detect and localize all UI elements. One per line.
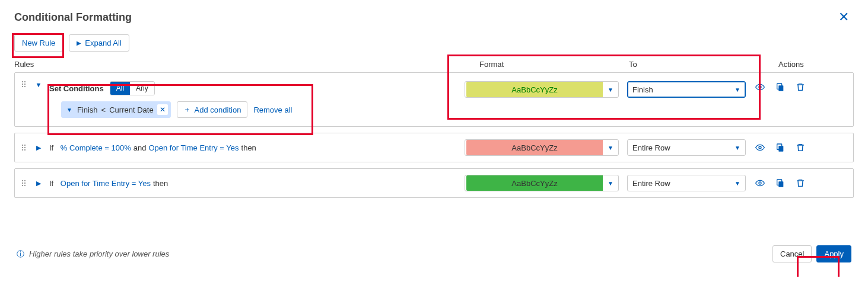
dialog-title: Conditional Formatting <box>14 11 132 24</box>
toolbar: New Rule ▶ Expand All <box>14 34 854 52</box>
summary-text: then <box>153 179 168 188</box>
chevron-down-icon: ▼ <box>603 87 618 93</box>
format-preview-swatch: AaBbCcYyZz <box>466 82 603 97</box>
summary-condition-link[interactable]: Open for Time Entry = Yes <box>61 179 151 188</box>
drag-handle-icon[interactable] <box>22 81 29 87</box>
info-icon: ⓘ <box>17 249 24 260</box>
preview-eye-icon[interactable] <box>754 177 766 189</box>
chevron-down-icon: ▼ <box>66 107 72 113</box>
remove-condition-icon[interactable]: ✕ <box>157 104 168 115</box>
summary-condition-link[interactable]: % Complete = 100% <box>61 143 131 152</box>
new-rule-label: New Rule <box>22 39 55 47</box>
conditional-formatting-dialog: Conditional Formatting ✕ New Rule ▶ Expa… <box>0 0 868 277</box>
format-preview-swatch: AaBbCcYyZz <box>466 175 603 191</box>
rule-body: Set Conditions All Any ▼ Finish < Curren… <box>49 81 465 118</box>
remove-all-link[interactable]: Remove all <box>253 105 292 114</box>
drag-handle-icon[interactable] <box>22 180 29 186</box>
dialog-header: Conditional Formatting ✕ <box>14 5 854 34</box>
expand-caret-icon[interactable]: ▶ <box>35 144 42 152</box>
column-header-rules: Rules <box>14 60 463 69</box>
preview-eye-icon[interactable] <box>754 142 766 153</box>
delete-trash-icon[interactable] <box>794 177 806 189</box>
apply-label: Apply <box>824 249 844 258</box>
format-preview-dropdown[interactable]: AaBbCcYyZz ▼ <box>465 139 619 156</box>
chevron-down-icon: ▼ <box>603 145 618 151</box>
svg-rect-1 <box>778 85 783 91</box>
chevron-down-icon: ▼ <box>735 87 740 93</box>
column-headers: Rules Format To Actions <box>14 60 854 69</box>
summary-if: If <box>49 143 53 152</box>
rule-summary: If % Complete = 100% and Open for Time E… <box>49 143 465 152</box>
expand-all-button[interactable]: ▶ Expand All <box>69 34 129 52</box>
drag-handle-icon[interactable] <box>22 145 29 150</box>
column-header-to: To <box>623 60 771 69</box>
cancel-button[interactable]: Cancel <box>772 245 812 262</box>
copy-icon[interactable] <box>774 81 786 93</box>
condition-chip[interactable]: ▼ Finish < Current Date ✕ <box>61 101 171 118</box>
rule-row: ▶ If Open for Time Entry = Yes then AaBb… <box>14 168 854 198</box>
apply-button[interactable]: Apply <box>816 245 851 262</box>
preview-eye-icon[interactable] <box>754 81 766 93</box>
priority-hint-text: Higher rules take priority over lower ru… <box>29 249 169 258</box>
summary-text: then <box>241 143 256 152</box>
chevron-down-icon: ▼ <box>735 180 740 187</box>
svg-point-6 <box>759 182 761 184</box>
apply-to-value: Entire Row <box>632 179 670 188</box>
expand-all-label: Expand All <box>85 39 121 47</box>
plus-icon: ＋ <box>183 104 191 115</box>
apply-to-value: Entire Row <box>632 143 670 152</box>
format-cell: AaBbCcYyZz ▼ <box>465 139 619 156</box>
apply-to-select[interactable]: Entire Row ▼ <box>627 139 746 156</box>
apply-to-value: Finish <box>632 85 653 94</box>
toggle-any-button[interactable]: Any <box>130 82 154 95</box>
actions-cell <box>754 177 846 189</box>
priority-hint: ⓘ Higher rules take priority over lower … <box>17 249 169 260</box>
summary-text: and <box>133 143 147 152</box>
summary-if: If <box>49 179 53 188</box>
set-conditions-label: Set Conditions <box>49 84 104 93</box>
copy-icon[interactable] <box>774 142 786 153</box>
new-rule-button[interactable]: New Rule <box>14 34 63 52</box>
condition-line: ▼ Finish < Current Date ✕ ＋ Add conditio… <box>61 101 465 118</box>
condition-field: Finish <box>77 105 98 114</box>
format-cell: AaBbCcYyZz ▼ <box>465 175 619 191</box>
svg-point-3 <box>759 146 761 149</box>
actions-cell <box>754 81 846 93</box>
cancel-label: Cancel <box>780 249 804 258</box>
apply-to-select[interactable]: Entire Row ▼ <box>627 175 746 191</box>
column-header-format: Format <box>463 60 623 69</box>
svg-point-0 <box>759 86 761 88</box>
condition-value: Current Date <box>109 105 153 114</box>
summary-condition-link[interactable]: Open for Time Entry = Yes <box>148 143 239 152</box>
format-preview-dropdown[interactable]: AaBbCcYyZz ▼ <box>465 175 619 191</box>
add-condition-label: Add condition <box>195 105 241 114</box>
apply-to-select[interactable]: Finish ▼ <box>627 81 746 98</box>
rule-row: ▼ Set Conditions All Any ▼ Finish < Curr… <box>14 72 854 127</box>
close-icon[interactable]: ✕ <box>834 7 854 27</box>
format-preview-dropdown[interactable]: AaBbCcYyZz ▼ <box>465 81 619 98</box>
set-conditions-row: Set Conditions All Any <box>49 81 465 95</box>
format-preview-swatch: AaBbCcYyZz <box>466 140 603 155</box>
copy-icon[interactable] <box>774 177 786 189</box>
footer-buttons: Cancel Apply <box>772 245 851 262</box>
collapse-caret-icon[interactable]: ▼ <box>35 81 42 88</box>
delete-trash-icon[interactable] <box>794 81 806 93</box>
format-cell: AaBbCcYyZz ▼ <box>465 81 619 98</box>
column-header-actions: Actions <box>771 60 854 69</box>
actions-cell <box>754 142 846 153</box>
to-cell: Finish ▼ <box>627 81 746 98</box>
rules-list: ▼ Set Conditions All Any ▼ Finish < Curr… <box>14 72 854 198</box>
add-condition-button[interactable]: ＋ Add condition <box>177 101 248 118</box>
svg-rect-4 <box>778 146 783 151</box>
to-cell: Entire Row ▼ <box>627 175 746 191</box>
chevron-down-icon: ▼ <box>735 145 740 151</box>
expand-caret-icon[interactable]: ▶ <box>35 180 42 187</box>
delete-trash-icon[interactable] <box>794 142 806 153</box>
chevron-down-icon: ▼ <box>603 180 618 187</box>
dialog-footer: ⓘ Higher rules take priority over lower … <box>14 245 854 262</box>
toggle-all-button[interactable]: All <box>110 82 130 95</box>
all-any-toggle: All Any <box>110 81 155 95</box>
to-cell: Entire Row ▼ <box>627 139 746 156</box>
condition-operator: < <box>101 105 106 114</box>
caret-right-icon: ▶ <box>77 40 81 46</box>
